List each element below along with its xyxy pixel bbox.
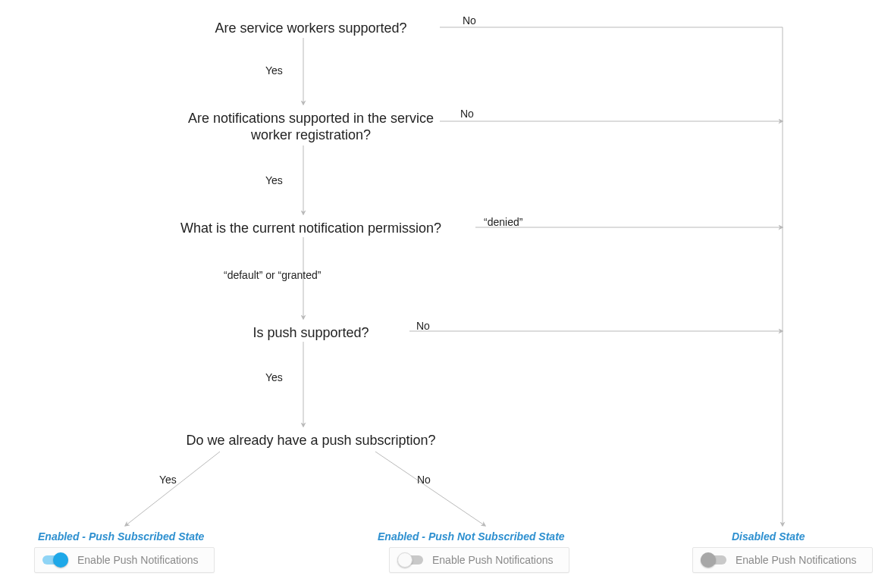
toggle-label: Enable Push Notifications bbox=[736, 554, 857, 566]
toggle-box-subscribed: Enable Push Notifications bbox=[34, 547, 215, 573]
toggle-label: Enable Push Notifications bbox=[432, 554, 554, 566]
edge-q3-no: “denied” bbox=[484, 216, 522, 228]
toggle-box-disabled: Enable Push Notifications bbox=[692, 547, 873, 573]
edge-q4-yes: Yes bbox=[265, 371, 283, 383]
state-title-disabled: Disabled State bbox=[732, 530, 805, 543]
flowchart-arrows bbox=[0, 0, 894, 588]
question-already-subscribed: Do we already have a push subscription? bbox=[121, 432, 500, 449]
question-permission-state: What is the current notification permiss… bbox=[129, 220, 493, 236]
edge-q1-no: No bbox=[463, 14, 476, 27]
toggle-label: Enable Push Notifications bbox=[77, 554, 199, 566]
edge-q1-yes: Yes bbox=[265, 64, 283, 77]
question-service-workers: Are service workers supported? bbox=[182, 20, 440, 36]
state-title-unsubscribed: Enabled - Push Not Subscribed State bbox=[378, 530, 565, 543]
state-title-subscribed: Enabled - Push Subscribed State bbox=[38, 530, 204, 543]
flowchart-canvas: Are service workers supported? Are notif… bbox=[0, 0, 894, 588]
edge-q5-no: No bbox=[417, 474, 431, 486]
edge-q5-yes: Yes bbox=[159, 474, 177, 486]
edge-q3-yes: “default” or “granted” bbox=[224, 269, 321, 281]
question-push-supported: Is push supported? bbox=[212, 324, 409, 341]
svg-line-5 bbox=[375, 452, 485, 526]
edge-q2-no: No bbox=[460, 108, 474, 120]
toggle-switch-on[interactable] bbox=[42, 553, 68, 567]
toggle-switch-off[interactable] bbox=[397, 553, 423, 567]
toggle-switch-disabled bbox=[701, 553, 726, 567]
edge-q2-yes: Yes bbox=[265, 174, 283, 186]
edge-q4-no: No bbox=[416, 320, 430, 332]
svg-line-4 bbox=[125, 452, 220, 526]
question-notifications-in-sw: Are notifications supported in the servi… bbox=[182, 110, 440, 143]
toggle-box-unsubscribed: Enable Push Notifications bbox=[389, 547, 569, 573]
